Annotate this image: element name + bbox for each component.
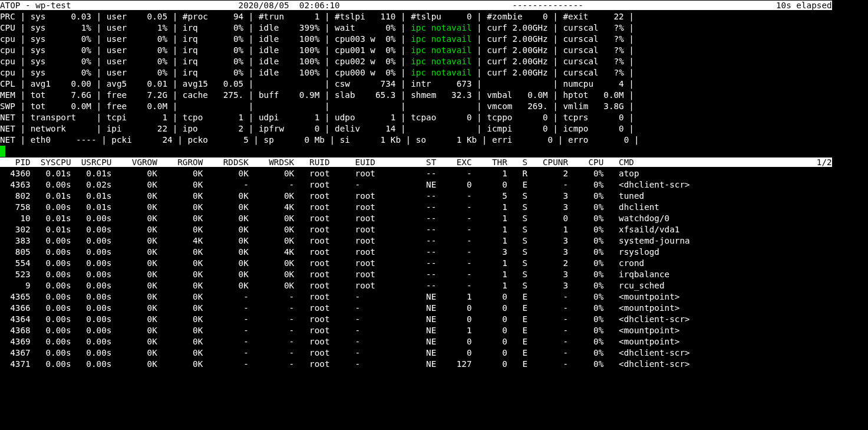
process-row: 4365 0.00s 0.00s 0K 0K - - root - NE 1 0…	[0, 292, 832, 301]
process-row: 758 0.00s 0.01s 0K 0K 0K 4K root root --…	[0, 202, 832, 212]
process-row: 10 0.01s 0.00s 0K 0K 0K 0K root root -- …	[0, 214, 832, 223]
process-row: 4364 0.00s 0.00s 0K 0K - - root - NE 0 0…	[0, 314, 832, 324]
sys-row: cpu | sys 0% | user 0% | irq 0% | idle 1…	[0, 34, 832, 44]
title-bar: ATOP - wp-test 2020/08/05 02:06:10 -----…	[0, 1, 832, 10]
process-row: 4369 0.00s 0.00s 0K 0K - - root - NE 0 0…	[0, 337, 832, 346]
sys-row: NET | network | ipi 22 | ipo 2 | ipfrw 0…	[0, 124, 832, 133]
process-row: 802 0.01s 0.01s 0K 0K 0K 0K root root --…	[0, 191, 832, 201]
process-row: 554 0.00s 0.00s 0K 0K 0K 0K root root --…	[0, 258, 832, 268]
process-row: 4366 0.00s 0.00s 0K 0K - - root - NE 0 0…	[0, 303, 832, 313]
sys-row: cpu | sys 0% | user 0% | irq 0% | idle 1…	[0, 45, 832, 55]
sys-row: NET | eth0 ---- | pcki 24 | pcko 5 | sp …	[0, 135, 832, 145]
process-row: 383 0.00s 0.00s 0K 4K 0K 0K root root --…	[0, 236, 832, 245]
sys-row: CPL | avg1 0.00 | avg5 0.01 | avg15 0.05…	[0, 79, 832, 88]
process-row: 4360 0.01s 0.01s 0K 0K 0K 0K root root -…	[0, 169, 832, 178]
process-row: 4363 0.00s 0.02s 0K 0K - - root - NE 0 0…	[0, 180, 832, 189]
atop-terminal: ATOP - wp-test 2020/08/05 02:06:10 -----…	[0, 0, 868, 370]
sys-row: SWP | tot 0.0M | free 0.0M | | | | | vmc…	[0, 101, 832, 111]
process-header: PID SYSCPU USRCPU VGROW RGROW RDDSK WRDS…	[0, 157, 832, 167]
sys-row: MEM | tot 7.6G | free 7.2G | cache 275. …	[0, 90, 832, 100]
process-row: 302 0.01s 0.00s 0K 0K 0K 0K root root --…	[0, 225, 832, 234]
sys-row: CPU | sys 1% | user 1% | irq 0% | idle 3…	[0, 23, 832, 32]
sys-row: NET | transport | tcpi 1 | tcpo 1 | udpi…	[0, 113, 832, 122]
process-row: 523 0.00s 0.00s 0K 0K 0K 0K root root --…	[0, 270, 832, 279]
cursor-icon	[0, 146, 5, 157]
process-row: 9 0.00s 0.00s 0K 0K 0K 0K root root -- -…	[0, 281, 832, 290]
process-row: 805 0.00s 0.00s 0K 0K 0K 4K root root --…	[0, 247, 832, 257]
sys-row: cpu | sys 0% | user 0% | irq 0% | idle 1…	[0, 57, 832, 66]
sys-row: PRC | sys 0.03 | user 0.05 | #proc 94 | …	[0, 12, 832, 21]
process-row: 4367 0.00s 0.00s 0K 0K - - root - NE 0 0…	[0, 348, 832, 357]
process-row: 4371 0.00s 0.00s 0K 0K - - root - NE 127…	[0, 359, 832, 369]
sys-row: cpu | sys 0% | user 0% | irq 0% | idle 1…	[0, 68, 832, 77]
process-row: 4368 0.00s 0.00s 0K 0K - - root - NE 1 0…	[0, 326, 832, 335]
